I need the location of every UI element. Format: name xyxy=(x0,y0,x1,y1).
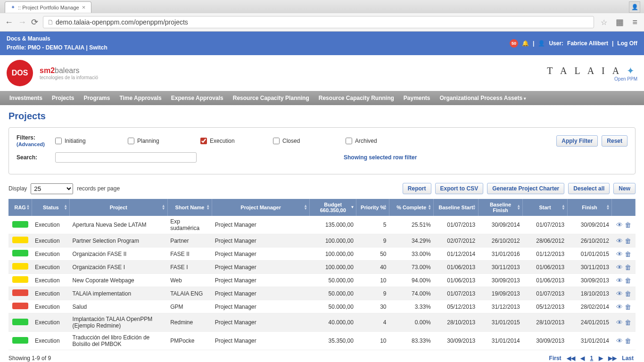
filter-checkbox-archived[interactable] xyxy=(346,138,352,144)
browser-user-icon[interactable]: 👤 xyxy=(629,1,640,13)
user-name[interactable]: Fabrice Allibert xyxy=(567,39,608,48)
col-short-name[interactable]: Short Name▲▼ xyxy=(167,199,212,216)
table-row[interactable]: ExecutionApertura Nueva Sede LATAMExp su… xyxy=(8,216,636,234)
delete-icon[interactable]: 🗑 xyxy=(624,337,632,345)
col-baseline-finish[interactable]: BaselineFinish▲▼ xyxy=(478,199,523,216)
report-button[interactable]: Report xyxy=(403,183,431,194)
table-row[interactable]: ExecutionOrganización FASE IIFASE IIProj… xyxy=(8,247,636,261)
cell-short: Redmine xyxy=(167,313,212,332)
search-input[interactable] xyxy=(55,152,197,163)
nav-time-approvals[interactable]: Time Approvals xyxy=(115,91,166,105)
deselect-all-button[interactable]: Deselect all xyxy=(568,183,610,194)
nav-resource-capacity-planning[interactable]: Resource Capacity Planning xyxy=(228,91,314,105)
reset-button[interactable]: Reset xyxy=(602,135,627,147)
nav-expense-approvals[interactable]: Expense Approvals xyxy=(166,91,228,105)
col-project-manager[interactable]: Project Manager▲▼ xyxy=(212,199,310,216)
table-row[interactable]: ExecutionPartner Selection ProgramPartne… xyxy=(8,234,636,247)
delete-icon[interactable]: 🗑 xyxy=(624,277,632,284)
cell-bfinish: 31/12/2013 xyxy=(478,300,523,313)
view-icon[interactable]: 👁 xyxy=(615,221,624,229)
page-size-select[interactable]: 25 xyxy=(31,183,73,194)
nav-organizational-process-assets[interactable]: Organizational Process Assets xyxy=(435,91,531,105)
view-icon[interactable]: 👁 xyxy=(615,277,624,284)
col-status[interactable]: Status▲▼ xyxy=(32,199,70,216)
nav-projects[interactable]: Projects xyxy=(47,91,79,105)
col-start[interactable]: Start▲▼ xyxy=(523,199,568,216)
switch-link[interactable]: Switch xyxy=(89,44,107,51)
delete-icon[interactable]: 🗑 xyxy=(624,290,632,297)
delete-icon[interactable]: 🗑 xyxy=(624,263,632,271)
view-icon[interactable]: 👁 xyxy=(615,303,624,311)
close-icon[interactable]: × xyxy=(82,4,86,11)
browser-tab[interactable]: ✦ :: Project Portfolio Manage × xyxy=(5,1,91,13)
back-icon[interactable]: ← xyxy=(5,17,13,27)
filter-checkbox-planning[interactable] xyxy=(128,138,134,144)
logoff-link[interactable]: Log Off xyxy=(617,39,637,48)
col--complete[interactable]: % Complete▲▼ xyxy=(389,199,434,216)
filter-closed[interactable]: Closed xyxy=(273,138,346,144)
pager-next[interactable]: ▶ xyxy=(597,355,605,362)
apply-filter-button[interactable]: Apply Filter xyxy=(556,135,598,147)
table-row[interactable]: ExecutionImplantación TALAIA OpenPPM (Ej… xyxy=(8,313,636,332)
table-row[interactable]: ExecutionTraducción del libro Edición de… xyxy=(8,332,636,350)
cell-finish: 01/01/2015 xyxy=(567,247,612,261)
advanced-link[interactable]: (Advanced) xyxy=(17,141,45,147)
notification-badge[interactable]: 50 xyxy=(510,39,518,48)
filter-planning[interactable]: Planning xyxy=(128,138,200,144)
table-row[interactable]: ExecutionOrganización FASE IFASE IProjec… xyxy=(8,261,636,274)
table-row[interactable]: ExecutionNew Coporate WebpageWebProject … xyxy=(8,274,636,287)
view-icon[interactable]: 👁 xyxy=(615,290,624,297)
bookmark-icon[interactable]: ☆ xyxy=(599,18,609,27)
reload-icon[interactable]: ⟳ xyxy=(31,17,38,27)
col-finish[interactable]: Finish▲▼ xyxy=(567,199,612,216)
pager-first[interactable]: First xyxy=(547,355,563,362)
pager-prev[interactable]: ◀ xyxy=(578,355,586,362)
view-icon[interactable]: 👁 xyxy=(615,250,624,258)
filter-archived[interactable]: Archived xyxy=(346,138,418,144)
view-icon[interactable]: 👁 xyxy=(615,319,624,326)
extensions-icon[interactable]: ▦ xyxy=(614,17,626,27)
delete-icon[interactable]: 🗑 xyxy=(624,250,632,258)
filter-checkbox-closed[interactable] xyxy=(273,138,280,144)
tab-bar: ✦ :: Project Portfolio Manage × 👤 xyxy=(0,0,644,13)
export-csv-button[interactable]: Export to CSV xyxy=(435,183,484,194)
rag-indicator xyxy=(12,337,28,344)
col-budget-660-350-00[interactable]: Budget660.350,00▼ xyxy=(310,199,356,216)
view-icon[interactable]: 👁 xyxy=(615,337,624,345)
new-button[interactable]: New xyxy=(613,183,636,194)
pager-prev-fast[interactable]: ◀◀ xyxy=(565,355,577,362)
delete-icon[interactable]: 🗑 xyxy=(624,319,632,326)
bell-icon[interactable]: 🔔 xyxy=(522,39,529,48)
nav-programs[interactable]: Programs xyxy=(79,91,115,105)
pager-page[interactable]: 1 xyxy=(588,355,595,362)
url-input[interactable]: 🗋 demo.talaia-openppm.com/openppm/projec… xyxy=(43,16,594,28)
cell-status: Execution xyxy=(32,287,70,300)
col-baseline-start[interactable]: Baseline Start▲▼ xyxy=(434,199,479,216)
cell-short: TALAIA ENG xyxy=(167,287,212,300)
generate-charter-button[interactable]: Generate Project Charter xyxy=(487,183,564,194)
view-icon[interactable]: 👁 xyxy=(615,263,624,271)
view-icon[interactable]: 👁 xyxy=(615,237,624,245)
col-priority-[interactable]: Priority %▲▼ xyxy=(356,199,389,216)
filter-execution[interactable]: Execution xyxy=(200,138,273,144)
menu-icon[interactable]: ≡ xyxy=(630,17,639,27)
pager-last[interactable]: Last xyxy=(620,355,636,362)
delete-icon[interactable]: 🗑 xyxy=(624,221,632,229)
col-rag[interactable]: RAG▲▼ xyxy=(8,199,32,216)
pager-next-fast[interactable]: ▶▶ xyxy=(606,355,619,362)
filter-checkbox-execution[interactable] xyxy=(200,138,207,144)
nav-resource-capacity-running[interactable]: Resource Capacity Running xyxy=(314,91,399,105)
cell-bfinish: 30/09/2013 xyxy=(478,274,523,287)
table-row[interactable]: ExecutionSaludGPMProject Manager50.000,0… xyxy=(8,300,636,313)
col-project[interactable]: Project▲▼ xyxy=(70,199,168,216)
filter-initiating[interactable]: Initiating xyxy=(55,138,128,144)
delete-icon[interactable]: 🗑 xyxy=(624,237,632,245)
row-filter-link[interactable]: Showing selected row filter xyxy=(344,154,417,161)
table-row[interactable]: ExecutionTALAIA implementationTALAIA ENG… xyxy=(8,287,636,300)
nav-investments[interactable]: Investments xyxy=(5,91,47,105)
docs-link[interactable]: Docs & Manuals xyxy=(7,35,50,42)
delete-icon[interactable]: 🗑 xyxy=(624,303,632,311)
filter-checkbox-initiating[interactable] xyxy=(55,138,62,144)
col-actions[interactable] xyxy=(612,199,636,216)
nav-payments[interactable]: Payments xyxy=(399,91,435,105)
